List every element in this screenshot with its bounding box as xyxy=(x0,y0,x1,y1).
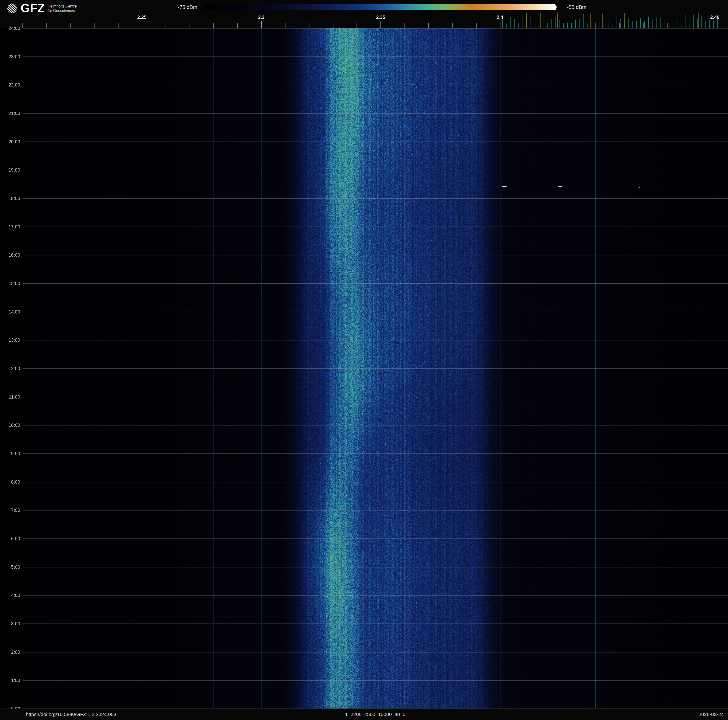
time-tick-label: 9:00 xyxy=(0,451,20,457)
time-tick-label: 4:00 xyxy=(0,593,20,598)
footer-dataset-id: 1_2200_2500_10000_40_0 xyxy=(23,709,728,720)
time-tick-label: 1:00 xyxy=(0,678,20,683)
time-tick-label: 19:00 xyxy=(0,167,20,173)
time-tick-label: 23:00 xyxy=(0,54,20,59)
time-tick-label: 16:00 xyxy=(0,252,20,258)
footer-date: 2026-03-24 xyxy=(699,709,724,720)
time-tick-label: 17:00 xyxy=(0,224,20,229)
footer-bar: https://doi.org/10.5880/GFZ.1.2.2024.003… xyxy=(0,708,728,720)
time-tick-label: 8:00 xyxy=(0,479,20,484)
time-tick-label: 6:00 xyxy=(0,536,20,541)
time-tick-label: 7:00 xyxy=(0,507,20,513)
time-tick-label: 2:00 xyxy=(0,649,20,655)
spectrogram-canvas xyxy=(23,28,728,709)
time-tick-label: 20:00 xyxy=(0,139,20,144)
time-tick-label: 14:00 xyxy=(0,309,20,314)
time-tick-label: 15:00 xyxy=(0,281,20,286)
spectrogram-viewer: GFZ Helmholtz Centre for Geosciences -75… xyxy=(0,0,728,720)
time-tick-label: 21:00 xyxy=(0,111,20,116)
frequency-axis-ticks-canvas xyxy=(0,0,728,28)
time-tick-label: 13:00 xyxy=(0,337,20,343)
time-tick-label: 18:00 xyxy=(0,196,20,201)
time-tick-label: 11:00 xyxy=(0,394,20,400)
time-tick-label: 12:00 xyxy=(0,366,20,371)
time-tick-label: 5:00 xyxy=(0,564,20,570)
time-tick-label: 3:00 xyxy=(0,621,20,627)
time-tick-label: 10:00 xyxy=(0,423,20,428)
time-tick-label: 22:00 xyxy=(0,82,20,88)
